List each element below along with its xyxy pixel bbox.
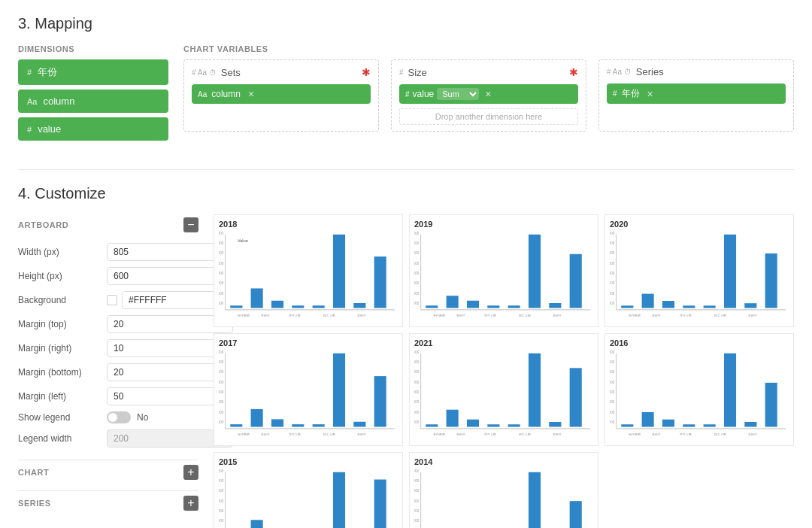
svg-rect-123 — [765, 383, 777, 427]
chart-year-label: 2014 — [414, 457, 593, 466]
svg-text:18,000: 18,000 — [610, 262, 615, 266]
svg-text:专任教师: 专任教师 — [238, 432, 250, 435]
color-swatch[interactable] — [107, 295, 117, 305]
svg-text:18,000: 18,000 — [219, 262, 224, 266]
dim-item[interactable]: # 年份 — [18, 59, 168, 85]
text-icon: Aa — [27, 97, 37, 106]
charts-grid: 201830,00026,00022,00018,00014,00010,000… — [214, 214, 794, 528]
hash-icon: # — [27, 125, 32, 134]
customize-left: ARTBOARD − Width (px) Height (px) Backgr… — [18, 214, 198, 515]
show-legend-toggle[interactable] — [107, 411, 131, 423]
artboard-toggle[interactable]: − — [183, 217, 198, 232]
svg-text:2,000: 2,000 — [219, 420, 224, 424]
svg-rect-116 — [621, 424, 633, 426]
svg-rect-52 — [724, 235, 736, 308]
svg-text:14,000: 14,000 — [219, 390, 224, 394]
svg-text:10,000: 10,000 — [219, 519, 224, 523]
chart-cell: 201930,00026,00022,00018,00014,00010,000… — [409, 214, 598, 327]
sets-chip[interactable]: Aa column × — [192, 84, 371, 104]
mini-bar-chart: 30,00026,00022,00018,00014,00010,0006,00… — [610, 230, 789, 317]
width-label: Width (px) — [18, 247, 101, 257]
svg-text:6,000: 6,000 — [219, 411, 224, 414]
mini-bar-chart: 30,00026,00022,00018,00014,00010,0006,00… — [414, 349, 593, 435]
size-title: Size — [408, 67, 427, 78]
svg-text:10,000: 10,000 — [219, 400, 224, 404]
dim-item[interactable]: # value — [18, 117, 168, 141]
svg-rect-2 — [271, 301, 283, 308]
svg-rect-94 — [447, 410, 459, 427]
svg-text:学生人数: 学生人数 — [289, 432, 301, 435]
svg-text:30,000: 30,000 — [610, 232, 615, 235]
charts-area: 201830,00026,00022,00018,00014,00010,000… — [214, 214, 794, 528]
chart-year-label: 2019 — [414, 220, 593, 229]
chart-year-label: 2016 — [610, 338, 789, 347]
drop-hint: Drop another dimension here — [399, 108, 578, 125]
chip-close-icon[interactable]: × — [485, 88, 491, 100]
mini-bar-chart: 30,00026,00022,00018,00014,00010,0006,00… — [414, 230, 593, 317]
svg-text:专科生: 专科生 — [456, 314, 465, 317]
svg-rect-144 — [333, 472, 345, 528]
agg-select[interactable]: Sum Avg Count — [437, 88, 479, 100]
svg-text:职工人数: 职工人数 — [714, 432, 726, 435]
margin-left-label: Margin (left) — [18, 391, 101, 402]
show-legend-value: No — [137, 412, 148, 423]
svg-text:26,000: 26,000 — [610, 241, 615, 245]
svg-text:职工人数: 职工人数 — [519, 314, 531, 317]
svg-text:10,000: 10,000 — [414, 519, 420, 523]
svg-text:本科生: 本科生 — [748, 314, 757, 317]
dim-label: column — [43, 96, 74, 107]
series-box: # Aa ⏱ Series # 年份 × — [598, 59, 794, 132]
svg-text:30,000: 30,000 — [414, 232, 420, 235]
mini-bar-chart: 30,00026,00022,00018,00014,00010,0006,00… — [219, 349, 398, 435]
svg-text:专任教师: 专任教师 — [433, 314, 445, 317]
svg-text:10,000: 10,000 — [219, 281, 224, 285]
dim-label: value — [38, 123, 61, 135]
svg-text:22,000: 22,000 — [610, 370, 615, 374]
svg-text:专科生: 专科生 — [652, 432, 661, 435]
svg-rect-30 — [549, 303, 561, 308]
aa-icon: Aa — [198, 90, 207, 99]
svg-text:26,000: 26,000 — [219, 479, 224, 483]
chart-cell: 202130,00026,00022,00018,00014,00010,000… — [409, 333, 598, 446]
svg-text:专科生: 专科生 — [261, 432, 270, 435]
svg-rect-3 — [292, 305, 304, 308]
show-legend-label: Show legend — [18, 412, 101, 423]
chip-close-icon[interactable]: × — [248, 88, 254, 100]
series-title: Series — [636, 66, 664, 77]
svg-text:本科生: 本科生 — [357, 432, 366, 435]
svg-text:14,000: 14,000 — [414, 390, 420, 394]
svg-rect-118 — [662, 420, 674, 427]
svg-text:30,000: 30,000 — [219, 350, 224, 354]
svg-rect-27 — [487, 305, 499, 308]
series-toggle[interactable]: + — [183, 496, 198, 511]
svg-text:30,000: 30,000 — [414, 469, 420, 473]
series-chip[interactable]: # 年份 × — [607, 83, 786, 104]
svg-text:26,000: 26,000 — [219, 360, 224, 364]
svg-text:职工人数: 职工人数 — [323, 432, 335, 435]
svg-text:26,000: 26,000 — [414, 241, 420, 245]
chart-toggle[interactable]: + — [183, 465, 198, 480]
svg-rect-122 — [744, 422, 756, 427]
svg-text:专科生: 专科生 — [456, 432, 465, 435]
svg-text:26,000: 26,000 — [414, 479, 420, 483]
svg-text:14,000: 14,000 — [610, 272, 615, 275]
svg-text:职工人数: 职工人数 — [519, 432, 531, 435]
svg-text:22,000: 22,000 — [610, 251, 615, 255]
svg-text:6,000: 6,000 — [414, 292, 420, 296]
size-chip[interactable]: # value Sum Avg Count × — [399, 84, 578, 104]
svg-rect-51 — [704, 305, 716, 308]
svg-text:2,000: 2,000 — [219, 302, 224, 305]
svg-text:22,000: 22,000 — [414, 489, 420, 493]
margin-bottom-label: Margin (bottom) — [18, 367, 101, 378]
dim-item[interactable]: Aa column — [18, 90, 168, 113]
chip-close-icon[interactable]: × — [647, 88, 653, 100]
svg-rect-1 — [251, 288, 263, 308]
svg-rect-48 — [642, 294, 654, 308]
svg-text:职工人数: 职工人数 — [714, 314, 726, 317]
background-label: Background — [18, 295, 101, 305]
sets-title: Sets — [221, 67, 241, 78]
svg-rect-71 — [251, 409, 263, 427]
chart-year-label: 2018 — [219, 220, 398, 229]
svg-rect-140 — [251, 520, 263, 528]
chart-cell: 201830,00026,00022,00018,00014,00010,000… — [214, 214, 403, 327]
